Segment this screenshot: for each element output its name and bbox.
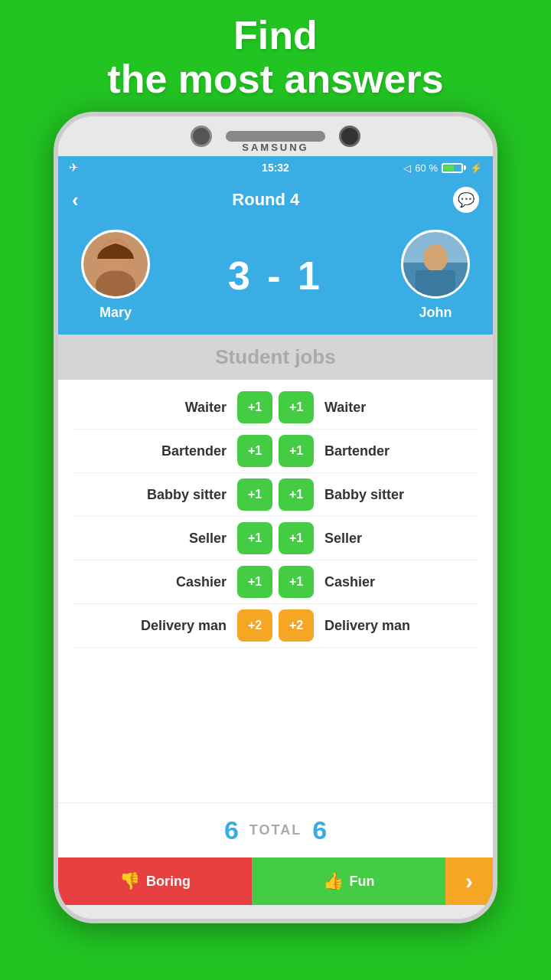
score-separator: - — [267, 253, 283, 298]
player1: Mary — [81, 230, 150, 321]
speaker-grille — [226, 131, 325, 142]
phone-bottom-bar — [58, 905, 493, 919]
player1-name: Mary — [99, 305, 132, 321]
badge-5-1: +2 — [237, 609, 272, 642]
answer-left-3: Seller — [73, 531, 237, 547]
answer-left-1: Bartender — [73, 443, 237, 459]
airplane-icon: ✈ — [69, 161, 79, 175]
boring-label: Boring — [146, 874, 191, 890]
player2-score: 1 — [298, 253, 323, 298]
answer-left-4: Cashier — [73, 574, 237, 590]
chat-icon: 💬 — [458, 191, 474, 208]
total-right: 6 — [312, 815, 327, 845]
badges-1: +1 +1 — [237, 435, 314, 467]
badge-2-2: +1 — [279, 479, 314, 511]
badge-3-1: +1 — [237, 522, 272, 554]
badges-2: +1 +1 — [237, 479, 314, 511]
badge-0-2: +1 — [279, 391, 314, 423]
nav-bar: ‹ Round 4 💬 — [58, 179, 493, 220]
charging-icon: ⚡ — [470, 162, 482, 174]
thumbs-down-icon: 👎 — [119, 871, 140, 891]
answer-right-2: Babby sitter — [314, 487, 478, 503]
answer-row: Cashier +1 +1 Cashier — [73, 560, 478, 604]
player1-score: 3 — [228, 253, 253, 298]
phone-frame: SAMSUNG ✈ 15:32 ◁ 60 % ⚡ ‹ Round 4 💬 — [54, 112, 497, 923]
answer-row: Babby sitter +1 +1 Babby sitter — [73, 473, 478, 517]
svg-point-6 — [423, 244, 448, 272]
answer-left-2: Babby sitter — [73, 487, 237, 503]
player2-name: John — [419, 305, 452, 321]
fun-label: Fun — [350, 874, 375, 890]
answer-right-1: Bartender — [314, 443, 478, 459]
headline: Find the most answers — [92, 0, 458, 112]
answer-row: Waiter +1 +1 Waiter — [73, 386, 478, 430]
answer-right-0: Waiter — [314, 400, 478, 416]
gps-icon: ◁ — [403, 162, 411, 174]
battery-icon — [442, 163, 466, 173]
svg-rect-7 — [416, 270, 455, 296]
badge-1-1: +1 — [237, 435, 272, 467]
next-icon: › — [465, 868, 473, 894]
total-label: TOTAL — [249, 822, 302, 838]
total-section: 6 TOTAL 6 — [58, 802, 493, 858]
status-bar: ✈ 15:32 ◁ 60 % ⚡ — [58, 156, 493, 179]
fun-button[interactable]: 👍 Fun — [252, 858, 445, 905]
badge-5-2: +2 — [279, 609, 314, 642]
camera-dot-right — [339, 126, 360, 147]
answer-right-3: Seller — [314, 531, 478, 547]
player1-avatar — [81, 230, 150, 299]
bottom-buttons: 👎 Boring 👍 Fun › — [58, 858, 493, 905]
badges-0: +1 +1 — [237, 391, 314, 423]
answers-table: Waiter +1 +1 Waiter Bartender +1 +1 Bart… — [58, 380, 493, 802]
status-right: ◁ 60 % ⚡ — [403, 162, 482, 174]
status-left: ✈ — [69, 161, 79, 175]
boring-button[interactable]: 👎 Boring — [58, 858, 252, 905]
phone-hardware-top: SAMSUNG — [58, 116, 493, 156]
answer-right-4: Cashier — [314, 574, 478, 590]
badge-0-1: +1 — [237, 391, 272, 423]
samsung-brand: SAMSUNG — [242, 142, 308, 153]
total-left: 6 — [224, 815, 239, 845]
badges-3: +1 +1 — [237, 522, 314, 554]
answer-right-5: Delivery man — [314, 618, 478, 634]
category-title: Student jobs — [215, 345, 335, 368]
answer-row: Bartender +1 +1 Bartender — [73, 430, 478, 473]
score-section: 3 - 1 — [228, 253, 323, 299]
nav-title: Round 4 — [232, 190, 299, 210]
thumbs-up-icon: 👍 — [323, 871, 344, 891]
players-section: Mary 3 - 1 John — [58, 220, 493, 335]
headline-line1: Find — [233, 13, 318, 57]
answer-row: Seller +1 +1 Seller — [73, 517, 478, 560]
camera-dot-left — [191, 126, 212, 147]
answer-left-5: Delivery man — [73, 618, 237, 634]
battery-percent: 60 % — [415, 162, 438, 174]
badge-4-1: +1 — [237, 566, 272, 598]
player2-avatar — [401, 230, 470, 299]
category-header: Student jobs — [58, 335, 493, 380]
content-area: Student jobs Waiter +1 +1 Waiter Bartend… — [58, 335, 493, 858]
badges-4: +1 +1 — [237, 566, 314, 598]
badges-5: +2 +2 — [237, 609, 314, 642]
badge-4-2: +1 — [279, 566, 314, 598]
status-time: 15:32 — [262, 162, 289, 174]
badge-3-2: +1 — [279, 522, 314, 554]
player2: John — [401, 230, 470, 321]
chat-button[interactable]: 💬 — [453, 187, 479, 213]
badge-2-1: +1 — [237, 479, 272, 511]
next-button[interactable]: › — [445, 858, 493, 905]
headline-line2: the most answers — [107, 57, 443, 101]
answer-left-0: Waiter — [73, 400, 237, 416]
answer-row: Delivery man +2 +2 Delivery man — [73, 604, 478, 648]
badge-1-2: +1 — [279, 435, 314, 467]
back-button[interactable]: ‹ — [72, 188, 79, 212]
